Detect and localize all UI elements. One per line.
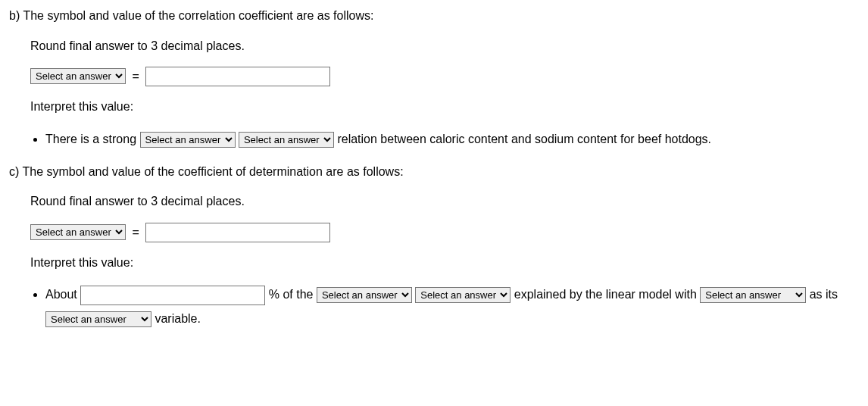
about-text: About: [45, 288, 80, 301]
part-b: b) The symbol and value of the correlati…: [9, 6, 859, 151]
variable-text: variable.: [155, 312, 200, 325]
part-b-bullet-item: There is a strong Select an answer Selec…: [45, 127, 859, 151]
part-c: c) The symbol and value of the coefficie…: [9, 162, 859, 332]
part-c-bullet-list: About % of the Select an answer Select a…: [9, 283, 859, 331]
part-b-header: b) The symbol and value of the correlati…: [9, 6, 859, 26]
part-b-instruction: Round final answer to 3 decimal places.: [30, 36, 859, 56]
part-c-select-3[interactable]: Select an answer: [700, 287, 806, 303]
part-c-select-4[interactable]: Select an answer: [45, 311, 151, 327]
bullet-text-mid: relation between caloric content and sod…: [337, 133, 711, 145]
part-b-equation-row: Select an answer =: [30, 66, 859, 86]
part-c-select-2[interactable]: Select an answer: [415, 287, 510, 303]
part-b-relation-select-2[interactable]: Select an answer: [239, 132, 334, 148]
part-c-bullet-item: About % of the Select an answer Select a…: [45, 283, 859, 331]
part-b-interpret-label: Interpret this value:: [30, 97, 859, 117]
part-c-value-input[interactable]: [145, 223, 330, 242]
part-c-interpret-label: Interpret this value:: [30, 253, 859, 273]
pct-text: % of the: [269, 288, 317, 301]
explained-text: explained by the linear model with: [514, 288, 700, 301]
part-c-instruction: Round final answer to 3 decimal places.: [30, 192, 859, 211]
bullet-text-pre: There is a strong: [45, 133, 140, 145]
equals-sign: =: [132, 223, 139, 242]
part-b-relation-select-1[interactable]: Select an answer: [140, 132, 236, 148]
part-c-equation-row: Select an answer =: [30, 222, 859, 242]
equals-sign: =: [132, 67, 139, 86]
part-c-symbol-select[interactable]: Select an answer: [30, 224, 126, 240]
part-b-bullet-list: There is a strong Select an answer Selec…: [9, 127, 859, 151]
as-its-text: as its: [810, 288, 838, 301]
part-b-symbol-select[interactable]: Select an answer: [30, 68, 126, 84]
part-c-header: c) The symbol and value of the coefficie…: [9, 162, 859, 182]
part-c-select-1[interactable]: Select an answer: [317, 287, 412, 303]
part-c-percent-input[interactable]: [80, 286, 265, 305]
part-b-value-input[interactable]: [145, 67, 330, 86]
